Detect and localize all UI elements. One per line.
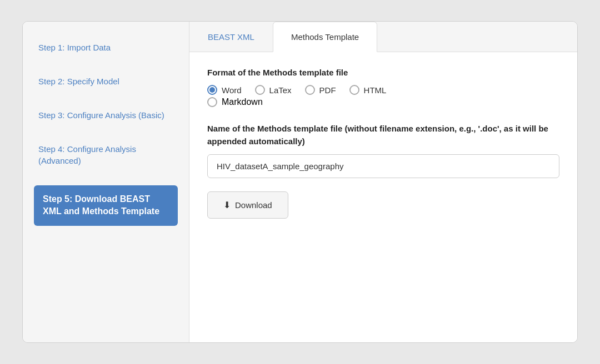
radio-circle-html: [349, 85, 359, 95]
radio-html[interactable]: HTML: [349, 85, 387, 95]
radio-circle-markdown: [207, 97, 217, 107]
download-button-label: Download: [235, 200, 272, 210]
radio-circle-latex: [255, 85, 265, 95]
tab-content-methods-template: Format of the Methods template file Word…: [189, 52, 577, 342]
sidebar-item-step3[interactable]: Step 3: Configure Analysis (Basic): [34, 106, 178, 124]
radio-label-markdown: Markdown: [222, 97, 263, 107]
download-icon: ⬇: [223, 200, 231, 210]
radio-label-pdf: PDF: [319, 85, 336, 95]
sidebar: Step 1: Import Data Step 2: Specify Mode…: [23, 22, 189, 342]
sidebar-item-step4[interactable]: Step 4: Configure Analysis (Advanced): [34, 140, 178, 170]
sidebar-item-step2[interactable]: Step 2: Specify Model: [34, 72, 178, 90]
tab-beast-xml[interactable]: BEAST XML: [189, 22, 273, 52]
sidebar-item-step5[interactable]: Step 5: Download BEAST XML and Methods T…: [34, 185, 178, 226]
radio-label-html: HTML: [364, 85, 387, 95]
radio-label-word: Word: [222, 85, 242, 95]
filename-input[interactable]: [207, 154, 559, 178]
format-radio-group: Word LaTex PDF HTML: [207, 85, 559, 107]
content-area: BEAST XML Methods Template Format of the…: [189, 22, 577, 342]
radio-label-latex: LaTex: [269, 85, 292, 95]
filename-label: Name of the Methods template file (witho…: [207, 123, 559, 148]
download-button[interactable]: ⬇ Download: [207, 191, 288, 219]
radio-circle-word: [207, 85, 217, 95]
radio-word[interactable]: Word: [207, 85, 242, 95]
radio-pdf[interactable]: PDF: [305, 85, 336, 95]
radio-markdown[interactable]: Markdown: [207, 97, 559, 107]
radio-circle-pdf: [305, 85, 315, 95]
tab-bar: BEAST XML Methods Template: [189, 22, 577, 52]
tab-methods-template[interactable]: Methods Template: [273, 22, 377, 52]
format-label: Format of the Methods template file: [207, 68, 559, 77]
main-container: Step 1: Import Data Step 2: Specify Mode…: [22, 21, 578, 343]
sidebar-item-step1[interactable]: Step 1: Import Data: [34, 38, 178, 57]
radio-latex[interactable]: LaTex: [255, 85, 292, 95]
